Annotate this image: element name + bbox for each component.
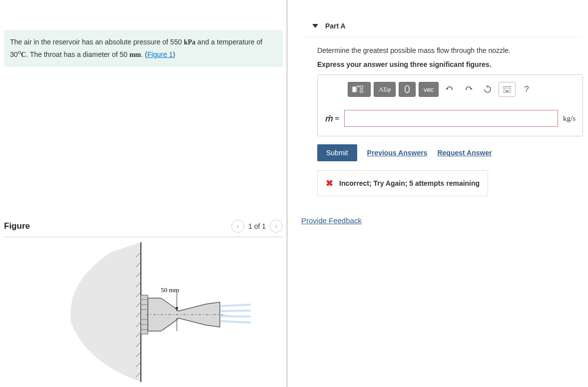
svg-line-25 bbox=[221, 321, 251, 323]
svg-rect-30 bbox=[360, 86, 363, 88]
right-panel: Part A Determine the greatest possible m… bbox=[287, 0, 588, 387]
problem-text-1: The air in the reservoir has an absolute… bbox=[10, 38, 184, 46]
help-button[interactable]: ? bbox=[519, 82, 535, 97]
figure-body[interactable]: 50 mm bbox=[4, 237, 283, 387]
input-row: ṁ = kg/s bbox=[318, 104, 583, 136]
svg-line-22 bbox=[221, 305, 251, 306]
svg-line-23 bbox=[221, 311, 251, 311]
diameter-unit: mm bbox=[129, 51, 141, 58]
undo-button[interactable] bbox=[442, 82, 458, 97]
instruction-text: Express your answer using three signific… bbox=[317, 60, 583, 68]
request-answer-link[interactable]: Request Answer bbox=[437, 149, 492, 157]
svg-point-38 bbox=[509, 89, 510, 90]
vector-button[interactable]: vec bbox=[419, 82, 439, 97]
temp-unit: C bbox=[21, 51, 26, 58]
figure-header: Figure ‹ 1 of 1 › bbox=[4, 216, 283, 237]
problem-text-3: . The throat has a diameter of 50 bbox=[26, 50, 129, 58]
figure-link[interactable]: Figure 1 bbox=[147, 50, 173, 58]
subscript-button[interactable] bbox=[399, 82, 416, 97]
close-paren: ) bbox=[173, 50, 175, 58]
template-button[interactable] bbox=[348, 82, 371, 97]
svg-rect-31 bbox=[360, 90, 363, 92]
figure-prev-button[interactable]: ‹ bbox=[231, 220, 244, 233]
problem-statement: The air in the reservoir has an absolute… bbox=[4, 30, 283, 67]
feedback-text: Incorrect; Try Again; 5 attempts remaini… bbox=[339, 179, 480, 187]
submit-button[interactable]: Submit bbox=[317, 144, 357, 161]
answer-input[interactable] bbox=[344, 110, 558, 127]
svg-point-34 bbox=[506, 88, 507, 89]
figure-section: Figure ‹ 1 of 1 › bbox=[0, 216, 287, 387]
collapse-icon bbox=[312, 24, 318, 28]
nozzle-diagram: 50 mm bbox=[36, 242, 251, 382]
figure-title: Figure bbox=[4, 221, 30, 231]
part-header[interactable]: Part A bbox=[302, 15, 583, 37]
provide-feedback-link[interactable]: Provide Feedback bbox=[301, 216, 362, 225]
keyboard-button[interactable] bbox=[499, 82, 516, 97]
left-panel: The air in the reservoir has an absolute… bbox=[0, 0, 287, 387]
feedback-box: ✖ Incorrect; Try Again; 5 attempts remai… bbox=[317, 170, 488, 196]
figure-next-button[interactable]: › bbox=[270, 220, 283, 233]
prompt-text: Determine the greatest possible mass flo… bbox=[317, 46, 583, 54]
svg-rect-29 bbox=[353, 87, 356, 92]
incorrect-icon: ✖ bbox=[326, 178, 333, 189]
throat-dimension-label: 50 mm bbox=[161, 286, 179, 294]
figure-svg-wrap: 50 mm bbox=[36, 242, 251, 382]
svg-point-35 bbox=[508, 88, 509, 89]
answer-box: ΑΣφ vec ? ṁ = bbox=[317, 74, 583, 136]
pressure-unit: kPa bbox=[184, 38, 195, 46]
answer-toolbar: ΑΣφ vec ? bbox=[318, 75, 583, 104]
action-row: Submit Previous Answers Request Answer bbox=[317, 144, 583, 161]
problem-text-4: . ( bbox=[141, 50, 147, 58]
svg-rect-39 bbox=[506, 90, 509, 91]
svg-point-37 bbox=[504, 89, 505, 90]
part-body: Determine the greatest possible mass flo… bbox=[287, 37, 588, 216]
variable-label: ṁ = bbox=[325, 114, 339, 123]
reset-button[interactable] bbox=[480, 82, 496, 97]
part-title: Part A bbox=[325, 22, 346, 30]
unit-label: kg/s bbox=[563, 114, 576, 123]
svg-point-36 bbox=[509, 88, 510, 89]
previous-answers-link[interactable]: Previous Answers bbox=[367, 149, 428, 157]
greek-button[interactable]: ΑΣφ bbox=[374, 82, 396, 97]
redo-button[interactable] bbox=[461, 82, 477, 97]
figure-count: 1 of 1 bbox=[248, 222, 266, 230]
figure-nav: ‹ 1 of 1 › bbox=[231, 220, 283, 233]
svg-line-24 bbox=[221, 316, 251, 317]
svg-point-33 bbox=[504, 88, 505, 89]
